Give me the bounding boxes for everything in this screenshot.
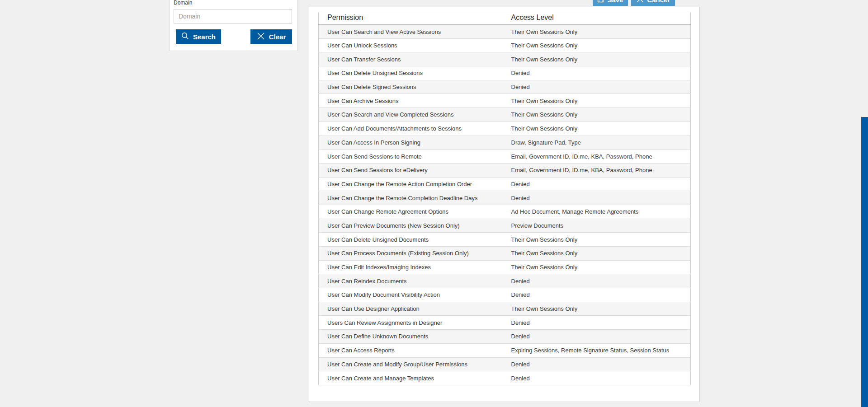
access-level-cell: Denied (503, 274, 691, 288)
search-icon (181, 32, 189, 41)
table-row[interactable]: User Can Delete Unsigned DocumentsTheir … (319, 233, 691, 247)
access-level-cell: Denied (503, 191, 691, 205)
table-row[interactable]: User Can Unlock SessionsTheir Own Sessio… (319, 38, 691, 52)
table-row[interactable]: User Can Access In Person SigningDraw, S… (319, 136, 691, 150)
permission-cell: User Can Process Documents (Existing Ses… (319, 247, 503, 261)
clear-x-icon (257, 32, 265, 42)
permission-cell: User Can Send Sessions to Remote (319, 150, 503, 164)
table-row[interactable]: User Can Reindex DocumentsDenied (319, 274, 691, 288)
right-edge-blue-strip (861, 117, 868, 407)
permission-cell: User Can Delete Unsigned Documents (319, 233, 503, 247)
table-row[interactable]: User Can Preview Documents (New Session … (319, 219, 691, 233)
table-row[interactable]: User Can Edit Indexes/Imaging IndexesThe… (319, 260, 691, 274)
table-row[interactable]: Users Can Review Assignments in Designer… (319, 316, 691, 330)
cancel-button-label: Cancel (647, 0, 669, 4)
table-row[interactable]: User Can Use Designer ApplicationTheir O… (319, 302, 691, 316)
permission-cell: User Can Access In Person Signing (319, 136, 503, 150)
search-button[interactable]: Search (176, 29, 221, 44)
table-row[interactable]: User Can Search and View Active Sessions… (319, 25, 691, 39)
permissions-table: Permission Access Level User Can Search … (318, 12, 691, 385)
domain-label: Domain (174, 0, 192, 6)
table-row[interactable]: User Can Send Sessions for eDeliveryEmai… (319, 163, 691, 177)
table-row[interactable]: User Can Change Remote Agreement Options… (319, 205, 691, 219)
permission-cell: User Can Reindex Documents (319, 274, 503, 288)
table-row[interactable]: User Can Change the Remote Completion De… (319, 191, 691, 205)
save-button-label: Save (607, 0, 623, 4)
permission-cell: User Can Use Designer Application (319, 302, 503, 316)
permission-cell: User Can Add Documents/Attachments to Se… (319, 122, 503, 136)
permission-cell: User Can Change the Remote Action Comple… (319, 177, 503, 191)
permission-cell: User Can Access Reports (319, 343, 503, 357)
save-icon (597, 0, 604, 4)
table-row[interactable]: User Can Process Documents (Existing Ses… (319, 247, 691, 261)
access-level-cell: Their Own Sessions Only (503, 25, 691, 39)
access-level-cell: Denied (503, 177, 691, 191)
permission-cell: User Can Define Unknown Documents (319, 330, 503, 344)
access-level-cell: Ad Hoc Document, Manage Remote Agreement… (503, 205, 691, 219)
domain-search-panel: Domain Search Clear (169, 0, 297, 51)
permission-cell: User Can Edit Indexes/Imaging Indexes (319, 260, 503, 274)
save-button[interactable]: Save (593, 0, 628, 6)
column-header-access-level: Access Level (503, 12, 691, 25)
access-level-cell: Their Own Sessions Only (503, 247, 691, 261)
permission-cell: User Can Modify Document Visibility Acti… (319, 288, 503, 302)
access-level-cell: Email, Government ID, ID.me, KBA, Passwo… (503, 150, 691, 164)
permission-cell: User Can Delete Signed Sessions (319, 80, 503, 94)
permission-cell: User Can Transfer Sessions (319, 52, 503, 66)
table-row[interactable]: User Can Delete Unsigned SessionsDenied (319, 66, 691, 80)
table-row[interactable]: User Can Delete Signed SessionsDenied (319, 80, 691, 94)
clear-button-label: Clear (269, 33, 286, 41)
permission-cell: User Can Preview Documents (New Session … (319, 219, 503, 233)
table-row[interactable]: User Can Archive SessionsTheir Own Sessi… (319, 94, 691, 108)
table-row[interactable]: User Can Create and Modify Group/User Pe… (319, 357, 691, 371)
table-row[interactable]: User Can Change the Remote Action Comple… (319, 177, 691, 191)
search-button-label: Search (193, 33, 216, 41)
permission-cell: User Can Search and View Active Sessions (319, 25, 503, 39)
access-level-cell: Denied (503, 371, 691, 385)
permission-cell: User Can Archive Sessions (319, 94, 503, 108)
access-level-cell: Expiring Sessions, Remote Signature Stat… (503, 343, 691, 357)
column-header-permission: Permission (319, 12, 503, 25)
access-level-cell: Draw, Signature Pad, Type (503, 136, 691, 150)
table-row[interactable]: User Can Search and View Completed Sessi… (319, 108, 691, 122)
access-level-cell: Preview Documents (503, 219, 691, 233)
access-level-cell: Their Own Sessions Only (503, 38, 691, 52)
permission-cell: User Can Send Sessions for eDelivery (319, 163, 503, 177)
table-row[interactable]: User Can Modify Document Visibility Acti… (319, 288, 691, 302)
table-row[interactable]: User Can Define Unknown DocumentsDenied (319, 330, 691, 344)
permission-cell: User Can Change the Remote Completion De… (319, 191, 503, 205)
access-level-cell: Email, Government ID, ID.me, KBA, Passwo… (503, 163, 691, 177)
access-level-cell: Their Own Sessions Only (503, 233, 691, 247)
access-level-cell: Their Own Sessions Only (503, 302, 691, 316)
table-row[interactable]: User Can Send Sessions to RemoteEmail, G… (319, 150, 691, 164)
table-row[interactable]: User Can Transfer SessionsTheir Own Sess… (319, 52, 691, 66)
cancel-button[interactable]: Cancel (631, 0, 675, 6)
table-row[interactable]: User Can Add Documents/Attachments to Se… (319, 122, 691, 136)
permission-cell: User Can Search and View Completed Sessi… (319, 108, 503, 122)
domain-input[interactable] (174, 9, 292, 23)
permission-cell: User Can Create and Modify Group/User Pe… (319, 357, 503, 371)
permission-cell: User Can Create and Manage Templates (319, 371, 503, 385)
access-level-cell: Their Own Sessions Only (503, 108, 691, 122)
permission-cell: User Can Delete Unsigned Sessions (319, 66, 503, 80)
permission-cell: User Can Unlock Sessions (319, 38, 503, 52)
permission-cell: Users Can Review Assignments in Designer (319, 316, 503, 330)
access-level-cell: Denied (503, 80, 691, 94)
table-header-row: Permission Access Level (319, 12, 691, 25)
clear-button[interactable]: Clear (250, 29, 292, 44)
access-level-cell: Denied (503, 316, 691, 330)
access-level-cell: Denied (503, 357, 691, 371)
access-level-cell: Denied (503, 288, 691, 302)
access-level-cell: Their Own Sessions Only (503, 260, 691, 274)
access-level-cell: Their Own Sessions Only (503, 122, 691, 136)
permission-cell: User Can Change Remote Agreement Options (319, 205, 503, 219)
access-level-cell: Denied (503, 66, 691, 80)
access-level-cell: Denied (503, 330, 691, 344)
table-row[interactable]: User Can Access ReportsExpiring Sessions… (319, 343, 691, 357)
table-row[interactable]: User Can Create and Manage TemplatesDeni… (319, 371, 691, 385)
cancel-x-icon (637, 0, 644, 4)
access-level-cell: Their Own Sessions Only (503, 52, 691, 66)
permissions-panel: Permission Access Level User Can Search … (309, 7, 700, 402)
access-level-cell: Their Own Sessions Only (503, 94, 691, 108)
